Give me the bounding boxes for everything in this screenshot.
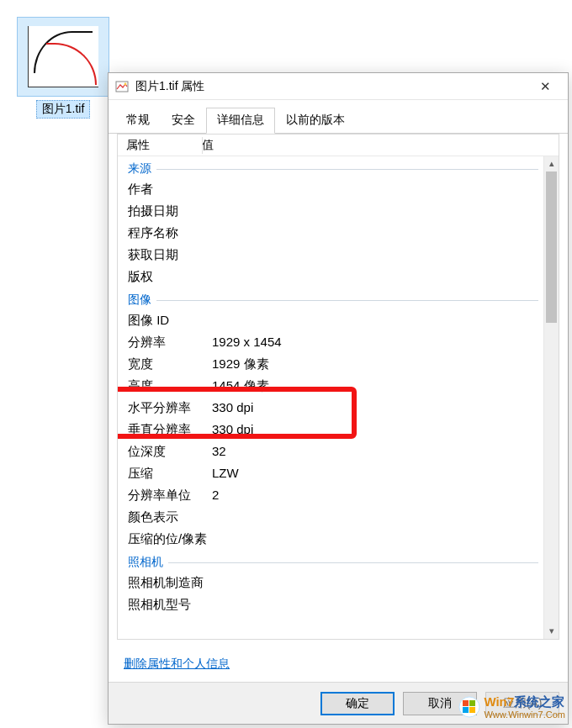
prop-row: 作者	[118, 178, 543, 200]
prop-row: 压缩LZW	[118, 462, 543, 484]
prop-row: 分辨率1929 x 1454	[118, 331, 543, 353]
prop-row-vres: 垂直分辨率330 dpi	[118, 419, 543, 440]
file-thumbnail	[17, 17, 109, 97]
titlebar[interactable]: 图片1.tif 属性 ✕	[109, 73, 568, 100]
details-panel: 属性 值 来源 作者 拍摄日期 程序名称 获取日期 版权 图像 图像 ID	[117, 134, 559, 640]
col-property[interactable]: 属性	[118, 138, 198, 153]
prop-row: 压缩的位/像素	[118, 528, 543, 550]
prop-row: 图像 ID	[118, 309, 543, 331]
tab-details[interactable]: 详细信息	[206, 108, 275, 134]
prop-row: 拍摄日期	[118, 200, 543, 222]
section-camera: 照相机	[118, 553, 543, 572]
image-file-icon	[115, 80, 129, 93]
file-label[interactable]: 图片1.tif	[36, 100, 91, 119]
svg-point-1	[124, 82, 127, 85]
desktop-file[interactable]: 图片1.tif	[13, 17, 114, 119]
prop-row: 版权	[118, 266, 543, 288]
scroll-up-icon[interactable]: ▴	[544, 156, 559, 171]
dialog-title: 图片1.tif 属性	[135, 79, 527, 94]
tab-previous-versions[interactable]: 以前的版本	[275, 108, 356, 134]
section-image: 图像	[118, 291, 543, 309]
remove-properties-link[interactable]: 删除属性和个人信息	[124, 657, 230, 670]
ok-button[interactable]: 确定	[320, 692, 395, 715]
tab-security[interactable]: 安全	[161, 108, 206, 134]
button-bar: 确定 取消 应用(A)	[109, 682, 568, 724]
tab-general[interactable]: 常规	[115, 108, 161, 134]
prop-row: 照相机制造商	[118, 572, 543, 593]
section-source: 来源	[118, 160, 543, 178]
prop-row: 位深度32	[118, 440, 543, 462]
scrollbar[interactable]: ▴ ▾	[543, 156, 559, 639]
properties-dialog: 图片1.tif 属性 ✕ 常规 安全 详细信息 以前的版本 属性 值 来源 作者	[108, 72, 569, 725]
close-icon: ✕	[540, 79, 551, 93]
col-value[interactable]: 值	[198, 138, 214, 153]
apply-button[interactable]: 应用(A)	[485, 692, 559, 715]
scrollbar-thumb[interactable]	[546, 171, 557, 323]
prop-row-hres: 水平分辨率330 dpi	[118, 397, 543, 419]
prop-row: 分辨率单位2	[118, 484, 543, 506]
prop-row: 照相机型号	[118, 593, 543, 615]
scroll-down-icon[interactable]: ▾	[544, 624, 559, 639]
cancel-button[interactable]: 取消	[403, 692, 477, 715]
prop-row: 高度1454 像素	[118, 375, 543, 397]
properties-list[interactable]: 来源 作者 拍摄日期 程序名称 获取日期 版权 图像 图像 ID 分辨率1929…	[118, 156, 543, 639]
prop-row: 宽度1929 像素	[118, 353, 543, 375]
tab-strip: 常规 安全 详细信息 以前的版本	[109, 103, 568, 134]
prop-row: 程序名称	[118, 222, 543, 244]
columns-header: 属性 值	[118, 135, 559, 156]
close-button[interactable]: ✕	[527, 74, 564, 99]
prop-row: 颜色表示	[118, 506, 543, 528]
prop-row: 获取日期	[118, 244, 543, 266]
